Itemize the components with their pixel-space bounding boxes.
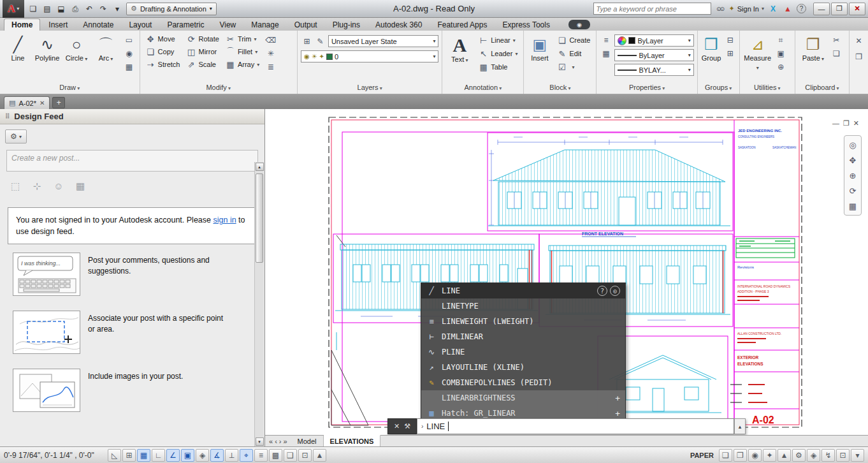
- suggestion-lineweight[interactable]: ≡ LINEWEIGHT (LWEIGHT): [421, 314, 625, 329]
- annotation-monitor-toggle[interactable]: ▲: [313, 449, 326, 462]
- layer-state-button[interactable]: ✎: [314, 35, 326, 47]
- object-color-dropdown[interactable]: ByLayer ▾: [614, 34, 693, 47]
- feed-settings-button[interactable]: ⚙ ▾: [5, 129, 27, 143]
- scrollbar-thumb[interactable]: [256, 173, 263, 263]
- table-button[interactable]: ▦ Table: [476, 61, 520, 73]
- application-menu-button[interactable]: A ▾: [3, 0, 24, 18]
- move-button[interactable]: ✥ Move: [143, 33, 183, 45]
- quick-view-layouts-button[interactable]: ❏: [719, 449, 732, 462]
- tab-express-tools[interactable]: Express Tools: [495, 19, 556, 31]
- quick-properties-toggle[interactable]: ❑: [284, 449, 297, 462]
- region-tool-button[interactable]: ◉: [123, 47, 135, 59]
- match-properties-button[interactable]: ≡: [600, 34, 612, 46]
- sign-in-link[interactable]: sign in: [213, 216, 236, 224]
- tab-layout[interactable]: Layout: [122, 19, 159, 31]
- prev-layout-icon[interactable]: ‹: [275, 437, 277, 445]
- paste-button[interactable]: ❐ Paste: [799, 33, 828, 83]
- selection-cycling-toggle[interactable]: ⊡: [298, 449, 312, 462]
- drawing-restore-button[interactable]: ❐: [843, 119, 850, 128]
- quick-select-button[interactable]: ⊕: [775, 61, 787, 73]
- annotation-autoscale-button[interactable]: ✦: [763, 449, 776, 462]
- search-icon[interactable]: ⊙⊙: [714, 3, 726, 15]
- customize-icon[interactable]: ⚒: [404, 422, 410, 430]
- scroll-down-icon[interactable]: ▾: [256, 437, 264, 446]
- transparency-toggle[interactable]: ▩: [269, 449, 282, 462]
- panel-label-properties[interactable]: Properties: [597, 84, 697, 93]
- qat-customize-button[interactable]: ▾: [111, 3, 124, 15]
- group-edit-button[interactable]: ⊞: [724, 47, 736, 59]
- tab-manage[interactable]: Manage: [244, 19, 286, 31]
- suggestion-pline[interactable]: ∿ PLINE: [421, 344, 625, 360]
- model-tab[interactable]: Model: [291, 436, 324, 446]
- panel-label-block[interactable]: Block: [524, 84, 596, 93]
- trim-button[interactable]: ✂ Trim: [223, 33, 262, 45]
- dynamic-ucs-toggle[interactable]: ⟂: [225, 449, 238, 462]
- tab-output[interactable]: Output: [287, 19, 324, 31]
- communication-center-button[interactable]: ◉: [568, 20, 590, 29]
- object-snap-toggle[interactable]: ▣: [181, 449, 194, 462]
- print-button[interactable]: ⎙: [69, 3, 82, 15]
- command-input[interactable]: › LINE: [417, 418, 734, 434]
- infer-constraints-toggle[interactable]: ◺: [108, 449, 121, 462]
- object-snap-tracking-toggle[interactable]: ∡: [210, 449, 224, 462]
- suggestion-combinepolylines[interactable]: ✎ COMBINEPOLYLINES (PEDIT): [421, 375, 625, 390]
- suggestion-extras[interactable]: [597, 286, 620, 296]
- panel-label-clipboard[interactable]: Clipboard: [795, 84, 849, 93]
- layer-dropdown[interactable]: ◉☀✦ 0 ▾: [301, 50, 439, 62]
- offset-button[interactable]: ≣: [264, 61, 277, 73]
- id-point-button[interactable]: ▣: [775, 47, 787, 59]
- layer-properties-button[interactable]: ⊞: [301, 35, 313, 47]
- 3d-object-snap-toggle[interactable]: ◈: [196, 449, 209, 462]
- suggestion-linearbrightness[interactable]: LINEARBRIGHTNESS: [421, 390, 625, 406]
- array-button[interactable]: ▦ Array: [223, 58, 262, 71]
- grid-display-toggle[interactable]: ▦: [137, 449, 150, 462]
- create-block-button[interactable]: ❏ Create: [554, 34, 593, 47]
- cut-clip-button[interactable]: ✂: [830, 34, 843, 46]
- block-attributes-button[interactable]: ☑: [554, 61, 593, 73]
- navigation-wheel-button[interactable]: ◎: [846, 138, 860, 152]
- tab-annotate[interactable]: Annotate: [76, 19, 120, 31]
- ungroup-button[interactable]: ⊟: [724, 34, 736, 46]
- ribbon-close-button[interactable]: ✕: [853, 34, 865, 47]
- feed-scrollbar[interactable]: ▴ ▾: [254, 162, 264, 446]
- linetype-dropdown[interactable]: BYLAY... ▾: [614, 64, 693, 76]
- create-post-input[interactable]: Create a new post...: [6, 150, 258, 172]
- copy-clip-button[interactable]: ❏: [830, 47, 843, 59]
- panel-label-groups[interactable]: Groups: [698, 84, 739, 93]
- recent-commands-button[interactable]: ▴: [734, 418, 746, 434]
- dynamic-input-toggle[interactable]: ⌖: [240, 449, 253, 462]
- panel-label-utilities[interactable]: Utilities: [740, 84, 795, 93]
- tab-autodesk-360[interactable]: Autodesk 360: [368, 19, 429, 31]
- tab-featured-apps[interactable]: Featured Apps: [430, 19, 494, 31]
- rotate-button[interactable]: ⟳ Rotate: [184, 33, 221, 45]
- status-menu-button[interactable]: ▾: [851, 449, 864, 462]
- drawing-close-button[interactable]: ✕: [853, 119, 859, 128]
- copy-button[interactable]: ❏ Copy: [143, 45, 183, 58]
- redo-button[interactable]: ↷: [97, 3, 110, 15]
- suggestion-extras[interactable]: [615, 409, 620, 418]
- close-icon[interactable]: ✕: [40, 99, 45, 107]
- panel-label-layers[interactable]: Layers: [298, 84, 442, 93]
- showmotion-button[interactable]: ▦: [846, 199, 860, 213]
- rectangle-tool-button[interactable]: ▭: [123, 34, 135, 46]
- open-file-button[interactable]: ▤: [41, 3, 54, 15]
- tag-person-icon[interactable]: ☺: [52, 180, 65, 192]
- workspace-switching-button[interactable]: ⚙: [792, 449, 806, 462]
- arc-button[interactable]: ⌒ Arc: [91, 33, 120, 83]
- elevations-layout-tab[interactable]: ELEVATIONS: [324, 435, 381, 446]
- last-layout-icon[interactable]: »: [283, 437, 287, 445]
- hatch-tool-button[interactable]: ▦: [123, 61, 135, 73]
- workspace-switcher[interactable]: ⚙ Drafting & Annotation ▾: [126, 3, 217, 15]
- document-tab[interactable]: ▤ A-02* ✕: [4, 96, 50, 109]
- polyline-button[interactable]: ∿ Polyline: [33, 33, 62, 83]
- scale-button[interactable]: ⇗ Scale: [184, 58, 221, 71]
- measure-button[interactable]: ⊿ Measure: [743, 33, 772, 83]
- tab-plugins[interactable]: Plug-ins: [326, 19, 367, 31]
- coordinates-readout[interactable]: 0'-9 17/64", 0'-1 1/4" , 0'-0": [4, 451, 106, 460]
- select-area-icon[interactable]: ⬚: [9, 180, 22, 192]
- orbit-button[interactable]: ⟳: [846, 184, 860, 198]
- suggestion-extras[interactable]: [615, 393, 620, 403]
- leader-button[interactable]: ↖ Leader: [476, 47, 520, 60]
- polar-tracking-toggle[interactable]: ∠: [166, 449, 180, 462]
- drawing-canvas[interactable]: FRONT ELEVATION: [265, 109, 868, 435]
